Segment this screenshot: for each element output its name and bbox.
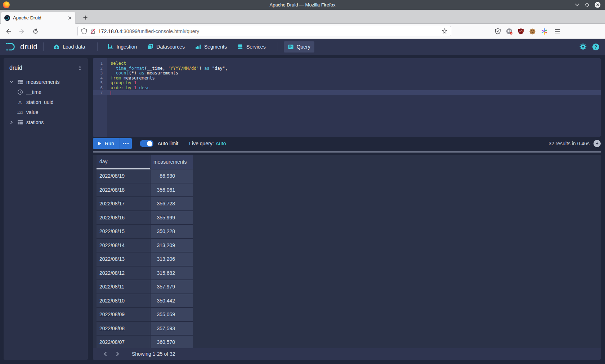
nav-item-load-data[interactable]: Load data [49, 41, 89, 53]
window-minimize-button[interactable] [574, 2, 580, 8]
cell-measurements[interactable]: 356,061 [151, 183, 193, 197]
column-header-measurements[interactable]: measurements [151, 155, 193, 169]
nav-item-ingestion[interactable]: Ingestion [103, 41, 141, 53]
cell-day[interactable]: 2022/08/17 [97, 197, 151, 211]
cell-measurements[interactable]: 350,442 [151, 294, 193, 308]
extension-snowflake-icon[interactable] [541, 28, 548, 35]
reload-button[interactable] [32, 28, 39, 35]
string-column-icon: A [17, 99, 23, 105]
cell-measurements[interactable]: 313,206 [151, 252, 193, 267]
editor-line-4[interactable]: 4from measurements [93, 76, 601, 81]
help-icon[interactable]: ? [592, 44, 599, 50]
cell-measurements[interactable]: 86,930 [151, 169, 193, 183]
cell-measurements[interactable]: 315,682 [151, 267, 193, 281]
cell-day[interactable]: 2022/08/12 [97, 267, 151, 281]
tree-item-station-uuid[interactable]: Astation_uuid [4, 97, 88, 107]
tree-item--time[interactable]: __time [4, 87, 88, 97]
editor-line-3[interactable]: 3 count(*) as measurements [93, 71, 601, 76]
cell-day[interactable]: 2022/08/13 [97, 252, 151, 267]
tab-close-icon[interactable] [68, 16, 72, 20]
code-text: count(*) as measurements [107, 71, 178, 76]
tab-apache-druid[interactable]: Apache Druid [1, 12, 76, 24]
window-maximize-button[interactable] [584, 2, 590, 8]
run-button[interactable]: Run [93, 138, 120, 149]
table-row: 2022/08/11357,979 [93, 280, 601, 294]
editor-line-5[interactable]: 5group by 1 [93, 81, 601, 86]
line-number: 2 [93, 66, 107, 71]
settings-gear-icon[interactable] [579, 43, 587, 50]
cell-measurements[interactable]: 357,979 [151, 280, 193, 294]
cell-day[interactable]: 2022/08/14 [97, 239, 151, 253]
editor-line-2[interactable]: 2 time_format(__time, 'YYYY/MM/dd') as "… [93, 66, 601, 71]
cell-day[interactable]: 2022/08/10 [97, 294, 151, 308]
tree-item-stations[interactable]: stations [4, 117, 88, 127]
forward-button[interactable] [19, 28, 25, 35]
sql-editor[interactable]: 1select2 time_format(__time, 'YYYY/MM/dd… [93, 58, 601, 137]
lock-insecure-icon[interactable] [90, 28, 96, 35]
cell-measurements[interactable]: 356,728 [151, 197, 193, 211]
table-row: 2022/08/10350,442 [93, 294, 601, 308]
nav-item-services[interactable]: Services [233, 41, 270, 53]
nav-item-query[interactable]: Query [284, 41, 314, 53]
nav-item-label: Query [297, 44, 310, 50]
extension-shield-check-icon[interactable] [495, 28, 501, 35]
auto-limit-toggle[interactable] [140, 140, 153, 147]
nav-item-segments[interactable]: Segments [191, 41, 231, 53]
cell-measurements[interactable]: 350,228 [151, 225, 193, 239]
chevron-right-icon[interactable] [9, 120, 14, 124]
tree-item-label: stations [26, 119, 44, 125]
page-next-icon[interactable] [115, 351, 120, 356]
cell-measurements[interactable]: 355,059 [151, 308, 193, 322]
window-close-button[interactable] [595, 2, 601, 8]
column-header-day[interactable]: day [97, 155, 151, 169]
results-panel: day measurements 2022/08/1986,9302022/08… [93, 155, 601, 360]
url-bar[interactable]: 172.18.0.4:30899/unified-console.html#qu… [77, 26, 451, 36]
live-query-value[interactable]: Auto [216, 141, 226, 146]
extension-cookie-icon[interactable] [529, 28, 536, 35]
druid-brand[interactable]: druid [6, 42, 37, 51]
editor-line-6[interactable]: 6order by 1 desc [93, 86, 601, 91]
code-text: select [107, 61, 126, 66]
table-row: 2022/08/08357,593 [93, 322, 601, 336]
tree-item-measurements[interactable]: measurements [4, 77, 88, 87]
download-icon[interactable] [593, 140, 601, 147]
run-more-button[interactable] [120, 138, 132, 149]
text-cursor [111, 91, 111, 95]
menu-hamburger-icon[interactable] [555, 24, 560, 39]
cell-day[interactable]: 2022/08/11 [97, 280, 151, 294]
navbar-separator [278, 42, 278, 51]
bookmark-star-icon[interactable] [442, 28, 448, 34]
page-previous-icon[interactable] [102, 351, 108, 356]
extension-multi-account-icon[interactable] [506, 28, 513, 35]
extension-ublock-icon[interactable]: uO [518, 28, 524, 35]
double-caret-icon[interactable] [78, 65, 82, 71]
editor-line-7[interactable]: 7 [93, 90, 601, 95]
line-number: 4 [93, 76, 107, 81]
schema-name[interactable]: druid [9, 65, 22, 71]
chevron-down-icon[interactable] [9, 80, 14, 84]
table-icon [17, 120, 23, 125]
new-tab-button[interactable] [81, 13, 90, 22]
editor-line-1[interactable]: 1select [93, 61, 601, 66]
shield-icon[interactable] [81, 28, 87, 35]
code-text: order by 1 desc [107, 86, 149, 91]
cell-day[interactable]: 2022/08/16 [97, 211, 151, 225]
cell-day[interactable]: 2022/08/07 [97, 336, 151, 348]
pane-resize-handle[interactable] [93, 151, 601, 153]
cell-measurements[interactable]: 357,593 [151, 322, 193, 336]
cell-measurements[interactable]: 313,209 [151, 239, 193, 253]
cell-day[interactable]: 2022/08/18 [97, 183, 151, 197]
back-button[interactable] [5, 28, 12, 35]
tree-item-label: measurements [26, 79, 60, 85]
cell-day[interactable]: 2022/08/09 [97, 308, 151, 322]
table-row: 2022/08/13313,206 [93, 252, 601, 267]
svg-text:uO: uO [519, 30, 523, 32]
nav-item-datasources[interactable]: Datasources [143, 41, 189, 53]
code-text: time_format(__time, 'YYYY/MM/dd') as "da… [107, 66, 228, 71]
tree-item-value[interactable]: 123value [4, 107, 88, 117]
cell-day[interactable]: 2022/08/15 [97, 225, 151, 239]
cell-day[interactable]: 2022/08/19 [97, 169, 151, 183]
cell-measurements[interactable]: 360,570 [151, 336, 193, 348]
cell-day[interactable]: 2022/08/08 [97, 322, 151, 336]
cell-measurements[interactable]: 355,999 [151, 211, 193, 225]
